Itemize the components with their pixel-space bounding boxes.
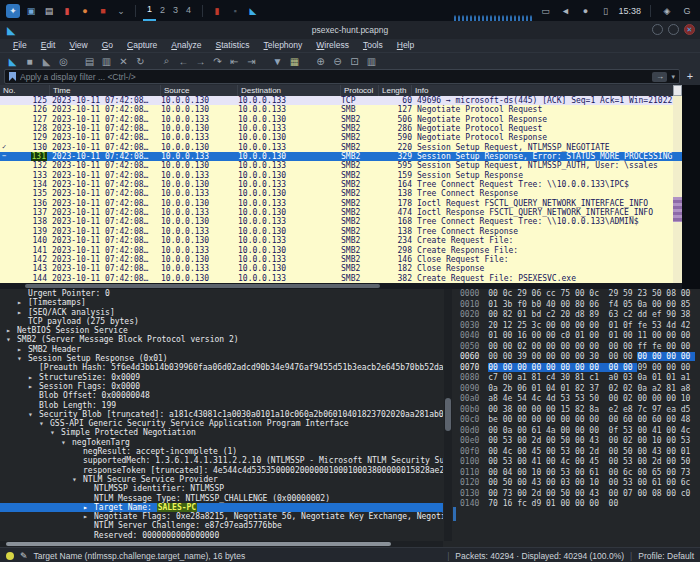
workspace-4[interactable]: 4 <box>182 1 195 20</box>
hex-line[interactable]: 00f0004c00450053002d005000430001 <box>453 447 700 458</box>
details-line[interactable]: ▾Simple Protected Negotiation <box>0 428 443 437</box>
column-header-source[interactable]: Source <box>161 85 238 96</box>
details-line[interactable]: ▸Session Flags: 0x0000 <box>0 382 443 391</box>
menu-view[interactable]: View <box>62 39 94 52</box>
stop-capture-icon[interactable]: ■ <box>22 54 37 68</box>
details-line[interactable]: [Preauth Hash: 5f6e4d3bb14b039960faa06d0… <box>0 363 443 372</box>
expanded-arrow-icon[interactable]: ▾ <box>6 335 11 344</box>
open-file-icon[interactable]: ▤ <box>82 54 97 68</box>
packet-list-scrollbar[interactable] <box>673 96 682 283</box>
workspace-3[interactable]: 3 <box>169 1 182 20</box>
notifications-icon[interactable]: ● <box>578 4 592 18</box>
hex-line[interactable]: 00c0be00000000000000006000600048 <box>453 415 700 426</box>
find-packet-icon[interactable]: ⌕ <box>159 54 174 68</box>
hex-line[interactable]: 00900a2b06010401823702020aa281a8 <box>453 384 700 395</box>
packet-row[interactable]: 1262023-10-11 07:42:08…10.0.0.13010.0.0.… <box>0 105 673 114</box>
menu-tools[interactable]: Tools <box>356 39 390 52</box>
zoom-out-icon[interactable]: ⊖ <box>330 54 345 68</box>
packet-row[interactable]: 1432023-10-11 07:42:08…10.0.0.13310.0.0.… <box>0 264 673 273</box>
hex-line[interactable]: 00d0000a00614a0000000f530041004c <box>453 426 700 437</box>
packet-row[interactable]: 1392023-10-11 07:42:08…10.0.0.13310.0.0.… <box>0 227 673 236</box>
capture-options-icon[interactable]: ◎ <box>56 54 71 68</box>
hex-line[interactable]: 005000000200000000000000fffe0000 <box>453 342 700 353</box>
reload-file-icon[interactable]: ↻ <box>133 54 148 68</box>
expanded-arrow-icon[interactable]: ▾ <box>17 354 22 363</box>
go-forward-icon[interactable]: → <box>193 54 208 68</box>
close-file-icon[interactable]: ✕ <box>116 54 131 68</box>
status-profile[interactable]: Profile: Default <box>638 551 694 561</box>
firefox-icon[interactable]: ● <box>78 4 92 18</box>
details-line[interactable]: TCP payload (275 bytes) <box>0 317 443 326</box>
packet-list-scrollbar-thumb[interactable] <box>673 85 682 96</box>
collapsed-arrow-icon[interactable]: ▸ <box>83 512 88 521</box>
hex-line[interactable]: 01300073002d005000430007000800c0 <box>453 489 700 500</box>
hex-line[interactable]: 0120005000430003001000530061006c <box>453 478 700 489</box>
close-button[interactable]: ✕ <box>684 24 695 35</box>
user-menu-icon[interactable]: G <box>680 4 694 18</box>
hex-line[interactable]: 00400100160000c00100010011000000 <box>453 331 700 342</box>
menu-statistics[interactable]: Statistics <box>209 39 257 52</box>
filter-dropdown-icon[interactable]: ▾ <box>671 73 675 81</box>
packet-row[interactable]: 1272023-10-11 07:42:08…10.0.0.13310.0.0.… <box>0 115 673 124</box>
collapsed-arrow-icon[interactable]: ▸ <box>83 503 88 512</box>
hex-line[interactable]: 010000530041004c00450053002d0050 <box>453 457 700 468</box>
packet-row[interactable]: 1322023-10-11 07:42:08…10.0.0.13010.0.0.… <box>0 161 673 170</box>
packet-row[interactable]: 1292023-10-11 07:42:08…10.0.0.13310.0.0.… <box>0 133 673 142</box>
go-back-icon[interactable]: ← <box>176 54 191 68</box>
details-line[interactable]: ▾Security Blob [truncated]: a181c43081c1… <box>0 410 443 419</box>
menu-file[interactable]: File <box>6 39 34 52</box>
workspace-2[interactable]: 2 <box>156 1 169 20</box>
details-line[interactable]: ▾GSS-API Generic Security Service Applic… <box>0 419 443 428</box>
packet-list-header[interactable]: No.TimeSourceDestinationProtocolLengthIn… <box>0 85 682 96</box>
window-manager-icon[interactable]: ▣ <box>24 4 38 18</box>
menu-go[interactable]: Go <box>95 39 120 52</box>
dropdown-caret-icon[interactable]: ⌄ <box>114 4 128 18</box>
column-header-time[interactable]: Time <box>50 85 161 96</box>
restart-capture-icon[interactable]: ◣ <box>39 54 54 68</box>
packet-row[interactable]: 1252023-10-11 07:42:08…10.0.0.13010.0.0.… <box>0 96 673 105</box>
menu-analyze[interactable]: Analyze <box>164 39 208 52</box>
column-header-info[interactable]: Info <box>412 85 682 96</box>
wireshark-taskbar-icon[interactable]: ◣ <box>246 4 260 18</box>
minimize-button[interactable] <box>652 24 663 35</box>
details-line[interactable]: supportedMech: 1.3.6.1.4.1.311.2.2.10 (N… <box>0 456 443 465</box>
details-line[interactable]: Blob Offset: 0x00000048 <box>0 391 443 400</box>
display-icon[interactable]: ▭ <box>538 4 552 18</box>
packet-row[interactable]: 1342023-10-11 07:42:08…10.0.0.13010.0.0.… <box>0 180 673 189</box>
expert-info-icon[interactable] <box>6 552 14 560</box>
document-red-icon[interactable]: ▮ <box>60 4 74 18</box>
workspace-1[interactable]: 1 <box>143 0 156 21</box>
details-line[interactable]: Urgent Pointer: 0 <box>0 289 443 298</box>
details-vscrollbar[interactable] <box>444 289 452 541</box>
hex-line[interactable]: 00e00053002d00500043000200100053 <box>453 436 700 447</box>
details-line[interactable]: ▾negTokenTarg <box>0 438 443 447</box>
packet-row[interactable]: 1362023-10-11 07:42:08…10.0.0.13010.0.0.… <box>0 199 673 208</box>
details-line[interactable]: NTLM Server Challenge: e87c97ead5776bbe <box>0 521 443 530</box>
terminal-app-icon[interactable]: ▪ <box>228 4 242 18</box>
details-line[interactable]: ▸SMB2 Header <box>0 345 443 354</box>
hex-line[interactable]: 00600000390000000030000000000000 <box>453 352 700 363</box>
hex-line[interactable]: 00302012253c00000000010ffe534d42 <box>453 321 700 332</box>
menu-edit[interactable]: Edit <box>34 39 63 52</box>
column-header-no[interactable]: No. <box>0 85 50 96</box>
expanded-arrow-icon[interactable]: ▾ <box>39 419 44 428</box>
packet-row[interactable]: 1332023-10-11 07:42:08…10.0.0.13310.0.0.… <box>0 171 673 180</box>
lock-icon[interactable]: ◈ <box>660 4 674 18</box>
packet-row[interactable]: 1382023-10-11 07:42:08…10.0.0.13010.0.0.… <box>0 217 673 226</box>
window-titlebar[interactable]: ◣ psexec-hunt.pcapng ✕ <box>0 21 700 40</box>
packet-row[interactable]: 1372023-10-11 07:42:08…10.0.0.13310.0.0.… <box>0 208 673 217</box>
details-line[interactable]: ▸Target Name: SALES-PC <box>0 503 443 512</box>
hex-line[interactable]: 01100004001000530061006c00650073 <box>453 468 700 479</box>
hex-line[interactable]: 00b0003800000015828ae2e87c97ead5 <box>453 405 700 416</box>
maximize-button[interactable] <box>668 24 679 35</box>
hex-line[interactable]: 0080c700a181c43081c1a0030a0101a1 <box>453 373 700 384</box>
battery-icon[interactable]: ▯ <box>598 4 612 18</box>
details-line[interactable]: ▸[Timestamps] <box>0 298 443 307</box>
details-line[interactable]: ▾SMB2 (Server Message Block Protocol ver… <box>0 335 443 344</box>
menu-help[interactable]: Help <box>390 39 421 52</box>
filter-bookmark-icon[interactable] <box>9 72 16 81</box>
details-line[interactable]: ▸[SEQ/ACK analysis] <box>0 308 443 317</box>
hex-line[interactable]: 0020008201bdc220d88963c2ddef9038 <box>453 310 700 321</box>
capture-comment-icon[interactable]: ✎ <box>20 551 28 561</box>
details-line[interactable]: negResult: accept-incomplete (1) <box>0 447 443 456</box>
